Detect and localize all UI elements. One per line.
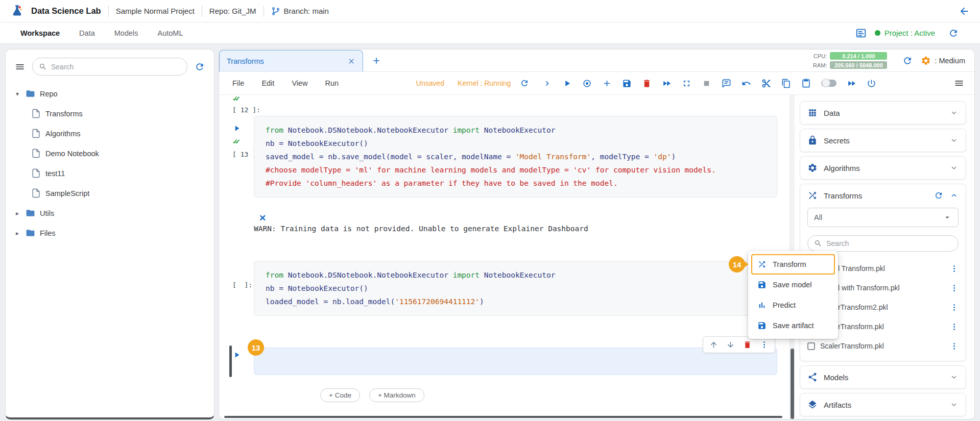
tree-file-algorithms[interactable]: Algorithms	[6, 123, 214, 143]
fast-forward-icon[interactable]	[847, 79, 856, 88]
refresh-icon[interactable]	[934, 191, 943, 200]
repo-label: Repo: Git_JM	[209, 7, 256, 15]
comment-icon[interactable]	[722, 79, 731, 88]
panel-models-header[interactable]: Models	[800, 366, 966, 388]
tree-item-label: Files	[40, 229, 56, 237]
kebab-menu-icon[interactable]	[950, 342, 959, 351]
kebab-menu-icon[interactable]	[950, 303, 959, 312]
add-markdown-button[interactable]: + Markdown	[369, 388, 424, 402]
stop-icon[interactable]	[702, 79, 711, 88]
menu-file[interactable]: File	[232, 79, 244, 87]
chevron-down-icon[interactable]	[949, 163, 959, 172]
annotation-badge-13: 13	[248, 339, 264, 356]
copy-icon[interactable]	[781, 79, 791, 88]
paste-icon[interactable]	[801, 79, 811, 88]
caret-down-icon[interactable]: ▾	[14, 90, 21, 97]
kebab-menu-icon[interactable]	[950, 323, 959, 331]
menu-view[interactable]: View	[292, 79, 307, 87]
kebab-menu-icon[interactable]	[950, 264, 959, 273]
run-cell-icon[interactable]	[232, 351, 241, 359]
fullscreen-icon[interactable]	[682, 79, 691, 88]
save-status: Unsaved	[416, 79, 444, 87]
panel-data: Data	[800, 101, 966, 125]
explorer-search-input[interactable]	[51, 63, 181, 71]
hamburger-menu-icon[interactable]	[15, 62, 25, 72]
refresh-icon[interactable]	[520, 79, 529, 88]
explorer-search[interactable]	[32, 58, 187, 76]
move-cell-down-icon[interactable]	[726, 340, 735, 349]
editor-content: ✓✓ [ 12 ]: ✓✓ [ 13 ]: from Notebook.DSNo…	[219, 95, 974, 419]
tree-file-transforms[interactable]: Transforms	[6, 104, 214, 123]
new-tab-icon[interactable]	[371, 56, 381, 66]
back-arrow-icon[interactable]	[959, 6, 970, 17]
caret-right-icon[interactable]: ▸	[14, 230, 21, 237]
transforms-filter-select[interactable]: All	[807, 208, 959, 227]
caret-right-icon[interactable]: ▸	[14, 210, 21, 217]
refresh-icon[interactable]	[902, 56, 913, 66]
code-line: from Notebook.DSNotebook.NotebookExecuto…	[266, 123, 766, 137]
panel-artifacts-header[interactable]: Artifacts	[800, 393, 966, 416]
toggle-switch[interactable]	[821, 80, 836, 87]
context-menu-item-save-artifact[interactable]: Save artifact	[751, 315, 835, 336]
plus-icon[interactable]	[602, 79, 612, 88]
panel-algorithms-header[interactable]: Algorithms	[800, 157, 966, 179]
run-cell-icon[interactable]	[232, 124, 241, 133]
transforms-search[interactable]	[807, 235, 959, 252]
run-all-icon[interactable]	[662, 79, 672, 88]
hamburger-menu-icon[interactable]	[954, 78, 964, 88]
file-checkbox[interactable]	[807, 342, 815, 350]
chevron-down-icon[interactable]	[949, 136, 959, 145]
save-icon[interactable]	[622, 79, 632, 88]
record-icon[interactable]	[582, 79, 592, 88]
panel-artifacts: Artifacts	[800, 393, 966, 416]
save-icon	[757, 321, 767, 330]
code-cell[interactable]: from Notebook.DSNotebook.NotebookExecuto…	[254, 261, 777, 316]
play-icon[interactable]	[562, 79, 572, 88]
panel-data-header[interactable]: Data	[800, 102, 966, 124]
add-code-button[interactable]: + Code	[320, 388, 360, 402]
nav-tab-workspace[interactable]: Workspace	[20, 23, 60, 43]
chevron-down-icon[interactable]	[949, 400, 959, 409]
chevron-up-icon[interactable]	[949, 191, 959, 200]
power-icon[interactable]	[867, 79, 876, 88]
run-icon[interactable]	[542, 79, 552, 88]
tree-folder-utils[interactable]: ▸Utils	[6, 203, 214, 223]
tab-transforms[interactable]: Transforms	[219, 50, 363, 71]
empty-code-cell[interactable]	[254, 348, 777, 375]
instance-gear-icon[interactable]	[921, 56, 931, 66]
menu-run[interactable]: Run	[325, 79, 339, 87]
project-name: Sample Normal Project	[116, 7, 195, 15]
undo-icon[interactable]	[742, 79, 751, 88]
refresh-icon[interactable]	[195, 62, 205, 72]
cut-icon[interactable]	[761, 79, 771, 88]
tree-folder-files[interactable]: ▸Files	[6, 223, 214, 243]
nav-tab-data[interactable]: Data	[79, 23, 95, 43]
nav-tab-automl[interactable]: AutoML	[158, 23, 183, 43]
context-menu-item-transform[interactable]: Transform	[751, 254, 835, 275]
transforms-search-input[interactable]	[826, 239, 952, 247]
tree-file-test11[interactable]: test11	[6, 163, 214, 183]
close-icon[interactable]	[347, 57, 355, 65]
dashboard-icon[interactable]	[855, 28, 867, 39]
horizontal-scrollbar[interactable]	[224, 416, 782, 418]
tree-file-samplescript[interactable]: SampleScript	[6, 183, 214, 203]
kebab-menu-icon[interactable]	[950, 284, 959, 292]
kebab-menu-icon[interactable]	[760, 340, 769, 349]
delete-icon[interactable]	[642, 79, 652, 88]
menu-edit[interactable]: Edit	[261, 79, 274, 87]
tree-folder-repo[interactable]: ▾Repo	[6, 84, 214, 104]
refresh-icon[interactable]	[948, 28, 959, 38]
nav-tab-models[interactable]: Models	[114, 23, 138, 43]
tree-file-demo-notebook[interactable]: Demo Notebook	[6, 143, 214, 163]
move-cell-up-icon[interactable]	[709, 340, 718, 349]
delete-cell-icon[interactable]	[743, 340, 752, 349]
code-cell[interactable]: from Notebook.DSNotebook.NotebookExecuto…	[254, 116, 777, 197]
scrollbar-thumb[interactable]	[791, 349, 794, 419]
panel-transforms-header[interactable]: Transforms	[800, 184, 966, 207]
context-menu-item-save-model[interactable]: Save model	[751, 275, 835, 295]
chevron-down-icon[interactable]	[949, 373, 959, 382]
chevron-down-icon[interactable]	[949, 108, 959, 117]
panel-secrets-header[interactable]: Secrets	[800, 129, 966, 152]
context-menu-item-predict[interactable]: Predict	[751, 295, 835, 315]
instance-size: : Medium	[921, 56, 965, 66]
